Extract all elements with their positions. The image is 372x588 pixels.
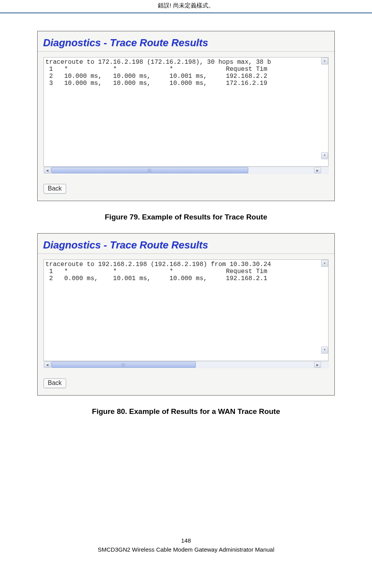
scroll-left-icon[interactable]: ◂ xyxy=(44,361,51,368)
page-footer: 148 SMCD3GN2 Wireless Cable Modem Gatewa… xyxy=(0,537,372,561)
manual-title: SMCD3GN2 Wireless Cable Modem Gateway Ad… xyxy=(0,546,372,553)
scroll-thumb[interactable]: ||| xyxy=(51,361,196,368)
traceroute-output-wrapper: traceroute to 192.168.2.198 (192.168.2.1… xyxy=(43,259,329,368)
page-number: 148 xyxy=(0,537,372,544)
scroll-up-icon[interactable]: ▴ xyxy=(321,58,328,65)
traceroute-output: traceroute to 172.16.2.198 (172.16.2.198… xyxy=(43,57,329,167)
output-line: 3 10.000 ms, 10.000 ms, 10.000 ms, 172.1… xyxy=(45,80,267,87)
figure-caption-80: Figure 80. Example of Results for a WAN … xyxy=(0,407,372,416)
thumb-grip-icon: ||| xyxy=(121,363,125,367)
output-line: 2 10.000 ms, 10.000 ms, 10.001 ms, 192.1… xyxy=(45,73,267,80)
scroll-track[interactable]: ||| xyxy=(51,167,314,173)
figure-caption-79: Figure 79. Example of Results for Trace … xyxy=(0,213,372,221)
scroll-corner xyxy=(321,167,328,173)
panel-title: Diagnostics - Trace Route Results xyxy=(38,238,334,254)
scroll-track[interactable]: ||| xyxy=(51,361,314,368)
output-line: 1 * * * Request Tim xyxy=(45,66,267,73)
scroll-corner xyxy=(321,361,328,368)
scroll-down-icon[interactable]: ▾ xyxy=(321,347,328,354)
scroll-up-icon[interactable]: ▴ xyxy=(321,260,328,267)
scroll-left-icon[interactable]: ◂ xyxy=(44,167,51,173)
output-line: traceroute to 192.168.2.198 (192.168.2.1… xyxy=(45,261,271,268)
traceroute-output: traceroute to 192.168.2.198 (192.168.2.1… xyxy=(43,259,329,361)
screenshot-figure-79: Diagnostics - Trace Route Results tracer… xyxy=(37,31,335,201)
page-header-error: 錯誤! 尚未定義樣式。 xyxy=(0,0,372,13)
horizontal-scrollbar[interactable]: ◂ ||| ▸ xyxy=(43,167,329,174)
output-line: 2 0.000 ms, 10.001 ms, 10.000 ms, 192.16… xyxy=(45,275,267,282)
back-button[interactable]: Back xyxy=(43,378,66,388)
screenshot-panel: Diagnostics - Trace Route Results tracer… xyxy=(38,234,334,395)
back-button[interactable]: Back xyxy=(43,184,66,194)
scroll-thumb[interactable]: ||| xyxy=(51,167,248,173)
screenshot-panel: Diagnostics - Trace Route Results tracer… xyxy=(38,31,334,201)
scroll-right-icon[interactable]: ▸ xyxy=(314,167,321,173)
scroll-down-icon[interactable]: ▾ xyxy=(321,152,328,159)
thumb-grip-icon: ||| xyxy=(148,168,152,172)
panel-title: Diagnostics - Trace Route Results xyxy=(38,36,334,52)
output-line: traceroute to 172.16.2.198 (172.16.2.198… xyxy=(45,59,271,66)
output-line: 1 * * * Request Tim xyxy=(45,268,267,275)
screenshot-figure-80: Diagnostics - Trace Route Results tracer… xyxy=(37,233,335,396)
scroll-right-icon[interactable]: ▸ xyxy=(314,361,321,368)
traceroute-output-wrapper: traceroute to 172.16.2.198 (172.16.2.198… xyxy=(43,57,329,174)
horizontal-scrollbar[interactable]: ◂ ||| ▸ xyxy=(43,361,329,368)
